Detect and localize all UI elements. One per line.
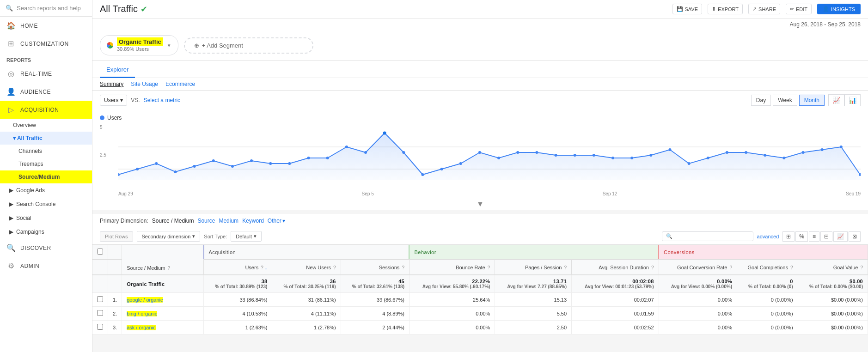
sub-tab-ecommerce[interactable]: Ecommerce: [165, 81, 195, 87]
svg-point-30: [611, 157, 614, 159]
compare-view-button[interactable]: ≡: [809, 231, 819, 242]
row2-goal-conv-rate: 0.00%: [659, 307, 737, 321]
svg-point-32: [649, 154, 652, 157]
select-all-checkbox[interactable]: [97, 249, 103, 255]
add-segment-button[interactable]: ⊕ + Add Segment: [184, 37, 313, 54]
pivot-view-button[interactable]: ⊟: [820, 231, 832, 242]
sort-default-button[interactable]: Default ▾: [231, 231, 262, 242]
sidebar-item-google-ads[interactable]: ▶ Google Ads: [0, 183, 92, 197]
sidebar-item-acquisition[interactable]: ▷ ACQUISITION: [0, 101, 92, 119]
total-goal-conv-avg: Avg for View: 0.00% (0.00%): [664, 284, 732, 289]
edit-button[interactable]: ✏ EDIT: [786, 4, 812, 14]
audience-label: AUDIENCE: [20, 89, 51, 95]
grid-view-button[interactable]: ⊞: [782, 231, 795, 242]
svg-point-10: [231, 165, 234, 168]
dim-source[interactable]: Source: [197, 218, 215, 224]
chart-y-labels: 5 2.5: [100, 125, 116, 180]
dim-other[interactable]: Other ▾: [268, 218, 285, 224]
organic-traffic-segment[interactable]: Organic Traffic 30.89% Users ▼: [100, 35, 178, 55]
sidebar-item-home[interactable]: 🏠 HOME: [0, 17, 92, 35]
sidebar-sub-channels[interactable]: Channels: [0, 145, 92, 158]
avg-session-help[interactable]: ?: [651, 265, 654, 270]
metric-selector: Users ▾ VS. Select a metric: [100, 95, 180, 106]
month-button[interactable]: Month: [799, 95, 825, 106]
users-sort-arrow: ↓: [265, 265, 268, 270]
row2-source[interactable]: bing / organic: [127, 311, 157, 316]
row3-bounce-rate: 0.00%: [409, 321, 495, 334]
pages-session-help[interactable]: ?: [564, 265, 567, 270]
segment-info: Organic Traffic 30.89% Users: [117, 38, 163, 52]
sparkline-view-button[interactable]: 📈: [833, 231, 848, 242]
percent-view-button[interactable]: %: [795, 231, 808, 242]
bar-chart-button[interactable]: 📊: [844, 94, 861, 106]
admin-icon: ⚙: [6, 261, 16, 270]
week-button[interactable]: Week: [773, 95, 797, 106]
svg-point-24: [497, 157, 500, 159]
goal-conv-help[interactable]: ?: [729, 265, 732, 270]
sidebar: 🔍 Search reports and help 🏠 HOME ⊞ CUSTO…: [0, 0, 92, 352]
line-chart-button[interactable]: 📈: [828, 94, 844, 106]
svg-point-42: [840, 146, 843, 148]
lifetime-view-button[interactable]: ⊠: [849, 231, 861, 242]
metric-dropdown[interactable]: Users ▾: [100, 95, 127, 106]
plot-rows-button: Plot Rows: [100, 231, 133, 242]
dim-medium[interactable]: Medium: [219, 218, 238, 224]
sidebar-item-admin[interactable]: ⚙ ADMIN: [0, 257, 92, 275]
row1-users: 33 (86.84%): [204, 293, 272, 307]
customization-label: CUSTOMIZATION: [20, 41, 69, 47]
sidebar-item-campaigns[interactable]: ▶ Campaigns: [0, 225, 92, 239]
day-button[interactable]: Day: [751, 95, 771, 106]
sidebar-item-discover[interactable]: 🔍 DISCOVER: [0, 239, 92, 257]
users-help[interactable]: ?: [261, 265, 263, 270]
search-console-chevron: ▶: [9, 201, 13, 207]
insights-button[interactable]: 👤 INSIGHTS: [817, 4, 861, 14]
row2-sessions: 4 (8.89%): [341, 307, 409, 321]
secondary-dimension-button[interactable]: Secondary dimension ▾: [137, 231, 201, 242]
sidebar-item-search-console[interactable]: ▶ Search Console: [0, 197, 92, 211]
dim-keyword[interactable]: Keyword: [242, 218, 264, 224]
sidebar-sub-overview[interactable]: Overview: [0, 119, 92, 132]
table-search-input[interactable]: [675, 234, 749, 239]
reports-section-label: Reports: [0, 53, 92, 65]
sub-tab-site-usage[interactable]: Site Usage: [131, 81, 158, 87]
sidebar-item-realtime[interactable]: ◎ REAL-TIME: [0, 65, 92, 83]
table-search[interactable]: 🔍: [662, 231, 753, 241]
svg-point-19: [402, 151, 405, 154]
row2-checkbox[interactable]: [97, 310, 103, 316]
expand-arrow: ▾: [13, 135, 17, 141]
advanced-link[interactable]: advanced: [757, 234, 779, 239]
sessions-help[interactable]: ?: [402, 265, 404, 270]
export-button[interactable]: ⬆ EXPORT: [708, 4, 743, 14]
sidebar-item-audience[interactable]: 👤 AUDIENCE: [0, 83, 92, 101]
row2-users: 4 (10.53%): [204, 307, 272, 321]
realtime-icon: ◎: [6, 69, 16, 78]
row1-source[interactable]: google / organic: [127, 297, 163, 303]
col-goal-value: Goal Value ?: [798, 260, 868, 275]
sub-tab-summary[interactable]: Summary: [100, 81, 123, 87]
main-content: All Traffic ✔ 💾 SAVE ⬆ EXPORT ↗ SHARE ✏ …: [92, 0, 868, 352]
row3-source[interactable]: ask / organic: [127, 325, 155, 330]
total-users-pct: % of Total: 30.89% (123): [208, 284, 267, 289]
save-button[interactable]: 💾 SAVE: [672, 4, 703, 14]
sidebar-sub-source-medium[interactable]: Source/Medium: [0, 170, 92, 183]
total-row: Organic Traffic 38 % of Total: 30.89% (1…: [92, 275, 868, 293]
tab-explorer[interactable]: Explorer: [100, 62, 135, 78]
sidebar-sub-all-traffic[interactable]: ▾ All Traffic: [0, 132, 92, 145]
share-button[interactable]: ↗ SHARE: [748, 4, 780, 14]
search-bar[interactable]: 🔍 Search reports and help: [0, 0, 92, 17]
select-metric-link[interactable]: Select a metric: [144, 97, 180, 103]
row3-checkbox[interactable]: [97, 324, 103, 330]
sidebar-item-customization[interactable]: ⊞ CUSTOMIZATION: [0, 35, 92, 53]
row1-checkbox[interactable]: [97, 296, 103, 302]
total-new-users: 36: [277, 279, 336, 284]
discover-icon: 🔍: [6, 243, 16, 252]
sidebar-item-social[interactable]: ▶ Social: [0, 211, 92, 225]
goal-comp-help[interactable]: ?: [790, 265, 793, 270]
dim-source-medium[interactable]: Source / Medium: [152, 218, 194, 224]
sidebar-sub-treemaps[interactable]: Treemaps: [0, 158, 92, 170]
new-users-help[interactable]: ?: [333, 265, 336, 270]
source-medium-help-icon[interactable]: ?: [167, 266, 170, 271]
goal-val-help[interactable]: ?: [860, 265, 863, 270]
bounce-rate-help[interactable]: ?: [488, 265, 490, 270]
time-range-buttons: Day Week Month: [751, 95, 825, 106]
